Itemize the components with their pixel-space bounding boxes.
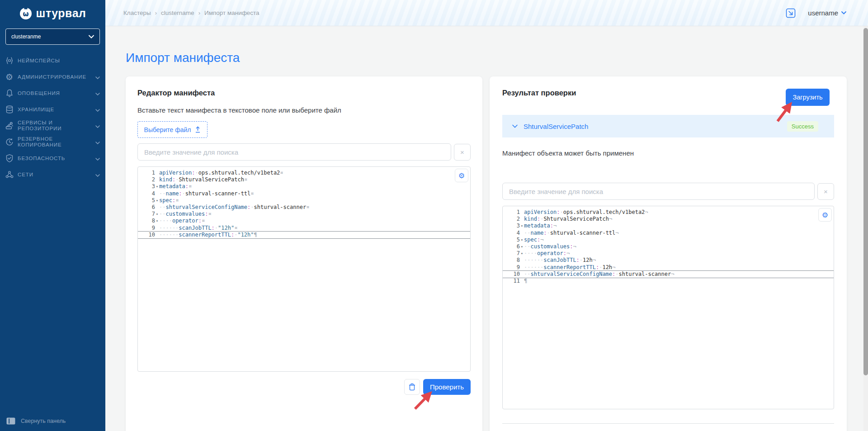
- cluster-select[interactable]: clusteranme: [5, 28, 100, 45]
- svg-text:ω: ω: [23, 9, 28, 18]
- result-panel-title: Результат проверки: [502, 89, 576, 97]
- breadcrumb-item: Импорт манифеста: [204, 9, 259, 16]
- administration-icon: ⚙: [5, 72, 14, 82]
- breadcrumb-separator: ›: [155, 9, 157, 16]
- editor-settings-button[interactable]: ⚙: [818, 208, 832, 222]
- chevron-down-icon: [95, 73, 100, 81]
- breadcrumb-item[interactable]: clustername: [161, 9, 194, 16]
- backup-icon: [5, 137, 14, 147]
- check-manifest-button[interactable]: Проверить: [423, 379, 471, 395]
- code-line: 1apiVersion:·ops.shturval.tech/v1beta2¤: [138, 170, 470, 176]
- app-root: ω штурвал clusteranme НЕЙМСПЕЙСЫ⚙АДМИНИС…: [0, 0, 868, 431]
- clear-editor-button[interactable]: [404, 379, 420, 395]
- code-line: 8······scanJobTTL:·12h¬: [503, 257, 834, 264]
- status-badge: Success: [787, 121, 818, 132]
- security-icon: [5, 154, 14, 163]
- topbar: Кластеры›clustername›Импорт манифеста us…: [105, 0, 868, 26]
- chevron-down-icon: [95, 138, 100, 146]
- result-object-name: ShturvalServicePatch: [524, 123, 588, 130]
- sidebar-item-label: СЕТИ: [18, 172, 94, 178]
- code-line: 2kind:·ShturvalServicePatch¬: [503, 216, 834, 223]
- sidebar-item-namespaces[interactable]: НЕЙМСПЕЙСЫ: [0, 52, 105, 69]
- chevron-down-icon: [512, 124, 518, 128]
- check-result-panel: Результат проверки Загрузить ShturvalSer…: [490, 76, 847, 431]
- choose-file-button[interactable]: Выберите файл: [137, 121, 208, 138]
- code-line: 3▾metadata:¬: [503, 223, 834, 229]
- chevron-down-icon: [89, 35, 94, 38]
- sidebar-item-label: БЕЗОПАСНОСТЬ: [18, 156, 94, 161]
- result-code-editor[interactable]: ⚙ 1apiVersion:·ops.shturval.tech/v1beta2…: [502, 206, 834, 409]
- manifest-editor-panel: Редактор манифеста Вставьте текст манифе…: [126, 76, 482, 431]
- sidebar-item-services[interactable]: СЕРВИСЫ И РЕПОЗИТОРИИ: [0, 118, 105, 134]
- sidebar-item-administration[interactable]: ⚙АДМИНИСТРИРОВАНИЕ: [0, 69, 105, 85]
- code-line: 9······scanJobTTL:·"12h"¤: [138, 225, 470, 232]
- chevron-down-icon: [95, 154, 100, 162]
- code-line: 7▾··customvalues:¤: [138, 211, 470, 218]
- code-line: 5▾spec:¬: [503, 237, 834, 243]
- page-scrollbar[interactable]: [863, 26, 868, 431]
- chevron-down-icon: [841, 11, 846, 14]
- chevron-down-icon: [95, 122, 100, 130]
- code-line: 10······scannerReportTTL:·"12h"¶: [138, 232, 470, 238]
- sidebar-item-label: АДМИНИСТРИРОВАНИЕ: [18, 74, 94, 80]
- trash-icon: [409, 383, 415, 391]
- sidebar-item-label: РЕЗЕРВНОЕ КОПИРОВАНИЕ: [18, 136, 94, 148]
- result-search-clear-button[interactable]: ×: [817, 183, 834, 200]
- sidebar-item-backup[interactable]: РЕЗЕРВНОЕ КОПИРОВАНИЕ: [0, 134, 105, 150]
- upload-icon: [195, 126, 201, 133]
- exit-fullscreen-icon[interactable]: [785, 8, 796, 19]
- code-line: 8▾····operator:¤: [138, 218, 470, 224]
- sidebar: ω штурвал clusteranme НЕЙМСПЕЙСЫ⚙АДМИНИС…: [0, 0, 105, 431]
- code-line: 2kind:·ShturvalServicePatch¤: [138, 176, 470, 183]
- collapse-panel-label: Свернуть панель: [21, 418, 66, 424]
- sidebar-item-label: СЕРВИСЫ И РЕПОЗИТОРИИ: [18, 120, 94, 132]
- editor-settings-button[interactable]: ⚙: [455, 169, 468, 182]
- cluster-select-value: clusteranme: [11, 33, 89, 40]
- sidebar-item-alerts[interactable]: ОПОВЕЩЕНИЯ: [0, 85, 105, 101]
- editor-actions: Проверить: [137, 379, 471, 395]
- code-line: 6··shturvalServiceConfigName:·shturval-s…: [138, 204, 470, 211]
- services-icon: [5, 121, 14, 131]
- sidebar-item-label: ОПОВЕЩЕНИЯ: [18, 90, 94, 96]
- main-area: Кластеры›clustername›Импорт манифеста us…: [105, 0, 868, 431]
- collapse-panel-button[interactable]: Свернуть панель: [0, 417, 105, 431]
- user-menu[interactable]: username: [808, 9, 846, 17]
- upload-manifest-button[interactable]: Загрузить: [786, 89, 830, 106]
- code-line: 10··shturvalServiceConfigName:·shturval-…: [503, 271, 834, 278]
- editor-panel-title: Редактор манифеста: [137, 89, 471, 97]
- page-title: Импорт манифеста: [126, 51, 240, 65]
- manifest-code-editor[interactable]: ⚙ 1apiVersion:·ops.shturval.tech/v1beta2…: [137, 166, 471, 372]
- chevron-down-icon: [95, 105, 100, 114]
- sidebar-item-networks[interactable]: СЕТИ: [0, 166, 105, 183]
- topbar-right: username: [785, 8, 846, 19]
- code-line: 5▾spec:¤: [138, 197, 470, 204]
- code-line: 3▾metadata:¤: [138, 183, 470, 190]
- result-message: Манифест объекта может быть применен: [502, 149, 834, 157]
- code-line: 9······scannerReportTTL:·12h¬: [503, 264, 834, 271]
- result-search-input[interactable]: [502, 183, 815, 200]
- cards-row: Редактор манифеста Вставьте текст манифе…: [126, 76, 847, 431]
- page-scrollbar-thumb[interactable]: [863, 28, 868, 375]
- chevron-down-icon: [95, 89, 100, 97]
- breadcrumb-separator: ›: [198, 9, 200, 16]
- breadcrumb-item[interactable]: Кластеры: [123, 9, 151, 16]
- alerts-icon: [5, 89, 14, 98]
- networks-icon: [5, 170, 14, 180]
- result-search-row: ×: [502, 183, 834, 200]
- logo[interactable]: ω штурвал: [0, 0, 105, 24]
- code-line: 11¶: [503, 278, 834, 284]
- sidebar-nav: НЕЙМСПЕЙСЫ⚙АДМИНИСТРИРОВАНИЕОПОВЕЩЕНИЯХР…: [0, 52, 105, 183]
- code-line: 4··name:·shturval-scanner-ttl¬: [503, 230, 834, 237]
- editor-panel-hint: Вставьте текст манифеста в текстовое пол…: [137, 106, 471, 114]
- sidebar-item-label: НЕЙМСПЕЙСЫ: [18, 58, 94, 64]
- breadcrumb: Кластеры›clustername›Импорт манифеста: [123, 9, 259, 16]
- code-line: 4··name:·shturval-scanner-ttl¤: [138, 190, 470, 197]
- collapse-panel-icon: [6, 417, 15, 425]
- editor-search-clear-button[interactable]: ×: [454, 144, 471, 161]
- editor-search-input[interactable]: [137, 143, 451, 161]
- sidebar-item-security[interactable]: БЕЗОПАСНОСТЬ: [0, 150, 105, 166]
- result-object-section[interactable]: ShturvalServicePatch Success: [502, 115, 834, 137]
- code-line: 7▾····operator:¬: [503, 250, 834, 257]
- sidebar-item-storage[interactable]: ХРАНИЛИЩЕ: [0, 101, 105, 118]
- result-panel-header: Результат проверки Загрузить: [502, 89, 834, 106]
